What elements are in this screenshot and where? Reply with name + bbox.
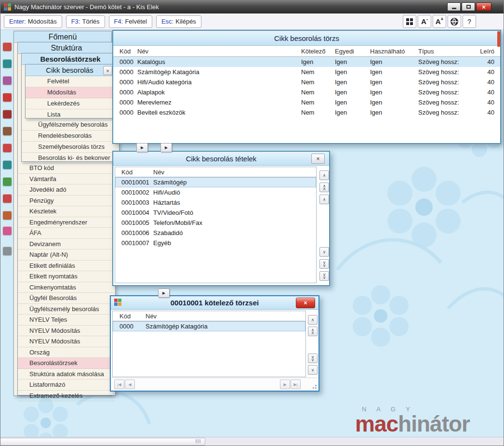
scroll-up-button[interactable]: ∧ (319, 171, 329, 180)
menu-item-naptar[interactable]: Naptár (Alt-N) (18, 249, 115, 261)
menu-item-szemelybesorolas-torzs[interactable]: Személybesorolás törzs (22, 142, 119, 153)
table-row[interactable]: 00010004TV/Video/Fotó (115, 208, 316, 218)
table-row-selected[interactable]: 0000Számítógép Katagória (113, 321, 305, 331)
menu-item-bto-kod[interactable]: BTO kód (18, 163, 115, 174)
scrollbar-thumb[interactable] (0, 438, 205, 446)
shortcut-icon[interactable] (3, 59, 12, 68)
maximize-button[interactable] (462, 2, 475, 11)
table-row-selected[interactable]: 0000KatalógusIgenIgenIgenSzöveg hossz:40 (113, 57, 500, 67)
shortcut-icon[interactable] (3, 194, 12, 203)
shortcut-icon[interactable] (3, 211, 12, 220)
window-close-button[interactable]: × (311, 154, 325, 164)
table-row[interactable]: 0000Számítógép KatagóriaNemIgenIgenSzöve… (113, 67, 500, 77)
menu-item-besorolastorzsek-selected[interactable]: Besorolástörzsek (18, 358, 115, 369)
menu-item-lista[interactable]: Lista (26, 109, 114, 120)
menu-item-besorolas-konverzio[interactable]: Besorolás ki- és bekonver (22, 153, 119, 164)
table-row[interactable]: 00010003Háztartás (115, 197, 316, 208)
shortcut-icon[interactable] (3, 226, 12, 235)
expand-right-button[interactable]: ▶ (158, 289, 170, 298)
menu-item-engedmenyrendszer[interactable]: Engedményrendszer (18, 217, 115, 228)
f3-torles-button[interactable]: F3: Törlés (66, 15, 105, 28)
menu-item-etikett-definialas[interactable]: Etikett definiálás (18, 261, 115, 272)
menu-item-nyelv-teljes[interactable]: NYELV Teljes (18, 315, 115, 326)
shortcut-icon[interactable] (3, 93, 12, 102)
resize-grip[interactable] (311, 383, 317, 389)
f4-felvetel-button[interactable]: F4: Felvétel (109, 15, 152, 28)
enter-modositas-button[interactable]: Enter: Módosítás (4, 15, 62, 28)
menu-item-listaformazo[interactable]: Listaformázó (18, 380, 115, 391)
expand-right-button[interactable]: ▶ (160, 143, 172, 152)
scroll-down-button[interactable]: ∨ (308, 365, 318, 375)
menu-item-afa[interactable]: ÁFA (18, 228, 115, 239)
font-larger-button[interactable]: A+ (433, 15, 446, 28)
menu-item-cimkenyomtatas[interactable]: Cimkenyomtatás (18, 282, 115, 293)
shortcut-icon[interactable] (3, 110, 12, 118)
scroll-up-button[interactable]: ∧ (319, 195, 329, 204)
minimize-button[interactable] (447, 2, 461, 11)
scroll-page-down-button[interactable]: ∨∨ (319, 271, 329, 281)
table-row[interactable]: 00010005Telefon/Mobil/Fax (115, 218, 316, 228)
titlebar[interactable]: Nagy Machinátor szerver - Demó kötet - a… (0, 0, 504, 14)
esc-kilepes-button[interactable]: Esc: Kilépés (156, 15, 201, 28)
shortcut-icon[interactable] (3, 144, 12, 152)
menu-item-struktura-adatok-masolasa[interactable]: Struktúra adatok másolása (18, 369, 115, 380)
close-button[interactable]: × (476, 2, 491, 11)
font-smaller-button[interactable]: A- (418, 15, 431, 28)
menu-item-felvetel[interactable]: Felvétel (26, 76, 114, 87)
horizontal-scrollbar[interactable] (0, 437, 504, 446)
menu-item-orszag[interactable]: Ország (18, 347, 115, 358)
table-row[interactable]: 00010007Egyéb (115, 238, 316, 248)
menu-item-modositas-selected[interactable]: Módosítás (26, 87, 114, 98)
scroll-page-down-button[interactable]: ∨∨ (319, 259, 329, 269)
window-titlebar[interactable]: Cikk besorolás törzs (113, 31, 500, 46)
menu-item-rendelesbesorolas[interactable]: Rendelésbesorolás (22, 131, 119, 142)
menu-item-devizanem[interactable]: Devizanem (18, 239, 115, 250)
shortcut-icon[interactable] (3, 160, 12, 169)
menu-header-struktura[interactable]: Struktúra (18, 42, 115, 54)
menu-item-ugyfelszemely-besorolas[interactable]: Ügyfélszemély besorolás (18, 304, 115, 315)
table-row[interactable]: 0000AlaplapokNemIgenIgenSzöveg hossz:40 (113, 87, 500, 97)
menu-item-ugyfel-besorolas[interactable]: Ügyfél Besorolás (18, 293, 115, 304)
shortcut-icon[interactable] (3, 177, 12, 186)
menu-header-besorolastorzsek[interactable]: Besorolástörzsek (22, 53, 119, 65)
table-row-selected[interactable]: 00010001Számítógép (115, 177, 316, 187)
nav-prev-button[interactable]: ◀ (125, 380, 135, 389)
nav-first-button[interactable]: |◀ (114, 380, 124, 389)
menu-item-nyelv-modositas[interactable]: NYELV Módosítás (18, 326, 115, 337)
menu-item-penzugy[interactable]: Pénzügy (18, 196, 115, 207)
menu-item-extramezo-kezeles[interactable]: Extramező-kezelés (18, 391, 115, 402)
menu-item-nyelv-modositas-2[interactable]: NYELV Módosítás (18, 336, 115, 347)
window-titlebar[interactable]: 00010001 kötelező törzsei × (111, 296, 318, 310)
grid-view-button[interactable] (403, 15, 416, 28)
menu-header-cikk-besorolas[interactable]: Cikk besorolás × (26, 65, 114, 76)
nav-last-button[interactable]: ▶| (291, 380, 301, 389)
shortcut-icon[interactable] (3, 127, 12, 135)
scroll-page-up-button[interactable]: ∧∧ (308, 327, 318, 336)
scroll-page-down-button[interactable]: ∨∨ (308, 354, 318, 363)
menu-item-jovedeki-ado[interactable]: Jövedéki adó (18, 184, 115, 196)
window-close-button[interactable]: × (296, 298, 315, 308)
shortcut-icon[interactable] (3, 76, 12, 85)
table-row[interactable]: 0000MerevlemezNemIgenIgenSzöveg hossz:40 (113, 97, 500, 107)
menu-close-button[interactable]: × (103, 66, 112, 75)
menu-item-ugyfelszemely-besorolas[interactable]: Ügyfélszemély besorolás (22, 119, 119, 131)
shortcut-icon[interactable] (3, 247, 12, 255)
scroll-up-button[interactable]: ∧ (308, 315, 318, 325)
table-row[interactable]: 00010002Hifi/Audió (115, 187, 316, 197)
scroll-down-button[interactable]: ∨ (319, 247, 329, 257)
table-row[interactable]: 0000Beviteli eszközökNemIgenIgenSzöveg h… (113, 107, 500, 118)
menu-item-keszletek[interactable]: Készletek (18, 206, 115, 217)
expand-right-button[interactable]: ▶ (136, 143, 148, 152)
globe-button[interactable] (448, 15, 461, 28)
menu-item-vamtarifa[interactable]: Vámtarifa (18, 174, 115, 185)
nav-next-button[interactable]: ▶ (280, 380, 290, 389)
menu-item-lekerdezes[interactable]: Lekérdezés (26, 98, 114, 109)
table-row[interactable]: 00010006Szabadidó (115, 228, 316, 238)
table-row[interactable]: 0000Hifi/Audió kategóriaNemIgenIgenSzöve… (113, 77, 500, 87)
window-titlebar[interactable]: Cikk besorolás tételek × (113, 152, 329, 166)
scroll-page-up-button[interactable]: ∧∧ (319, 183, 329, 192)
menu-header-fomenu[interactable]: Főmenü (14, 31, 111, 43)
menu-item-etikett-nyomtatas[interactable]: Etikett nyomtatás (18, 271, 115, 282)
shortcut-icon[interactable] (3, 42, 12, 51)
help-button[interactable]: ? (463, 15, 476, 28)
